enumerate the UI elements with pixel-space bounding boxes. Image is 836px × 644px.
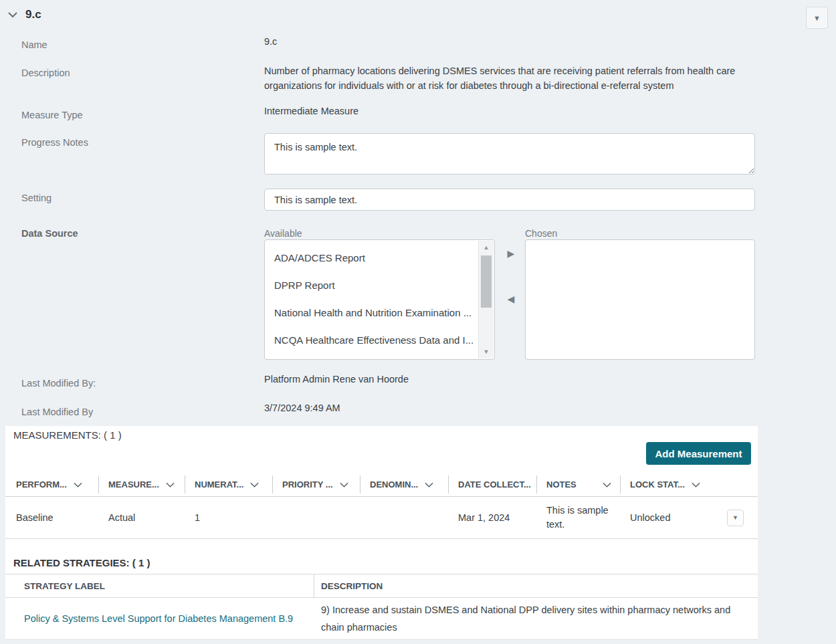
strategies-table-header: STRATEGY LABEL DESCRIPTION — [5, 574, 758, 598]
caret-down-icon: ▼ — [813, 14, 821, 22]
cell-numerator: 1 — [185, 497, 273, 538]
chevron-down-icon — [166, 482, 175, 488]
cell-performance: Baseline — [5, 497, 99, 538]
chevron-down-icon — [692, 482, 700, 488]
scroll-down-icon[interactable]: ▼ — [479, 346, 494, 357]
available-list-label: Available — [264, 228, 302, 239]
column-label: DATE COLLECT... — [458, 479, 531, 490]
measurements-title: MEASUREMENTS: ( 1 ) — [13, 429, 122, 441]
list-option[interactable]: ADA/ADCES Report — [265, 244, 478, 272]
chevron-down-icon — [74, 482, 82, 488]
page-title: 9.c — [25, 8, 41, 21]
column-label: NOTES — [546, 479, 577, 490]
available-options: ADA/ADCES Report DPRP Report National He… — [265, 240, 478, 359]
chevron-down-icon — [250, 482, 259, 488]
strategy-row[interactable]: Policy & Systems Level Support for Diabe… — [5, 598, 758, 639]
column-label: MEASURE... — [108, 479, 159, 490]
cell-lock-status: Unlocked — [621, 497, 718, 538]
related-strategies-title: RELATED STRATEGIES: ( 1 ) — [13, 557, 150, 568]
measurement-row[interactable]: Baseline Actual 1 Mar 1, 2024 This is sa… — [5, 497, 758, 539]
column-label: STRATEGY LABEL — [24, 581, 105, 591]
triangle-left-icon: ◀ — [508, 294, 515, 304]
name-value: 9.c — [264, 36, 277, 47]
strategy-link[interactable]: Policy & Systems Level Support for Diabe… — [24, 613, 293, 624]
column-header-strategy-label: STRATEGY LABEL — [5, 574, 314, 597]
last-modified-by-date-value: 3/7/2024 9:49 AM — [264, 403, 340, 413]
cell-actions: ▼ — [718, 497, 758, 538]
cell-priority — [273, 497, 360, 538]
notes-text: This is sample text. — [546, 504, 613, 532]
cell-notes: This is sample text. — [537, 497, 621, 538]
cell-denominator — [360, 497, 449, 538]
cell-strategy-label: Policy & Systems Level Support for Diabe… — [5, 598, 314, 639]
progress-notes-textarea[interactable]: This is sample text. — [264, 133, 755, 175]
setting-label: Setting — [21, 193, 51, 203]
measure-type-value: Intermediate Measure — [264, 106, 358, 116]
scrollbar-thumb[interactable] — [481, 255, 492, 308]
column-header-description: DESCRIPTION — [314, 574, 758, 597]
available-listbox[interactable]: ADA/ADCES Report DPRP Report National He… — [264, 239, 495, 360]
column-label: DESCRIPTION — [321, 581, 383, 591]
chosen-list-label: Chosen — [525, 228, 557, 239]
column-label: NUMERAT... — [195, 479, 243, 490]
column-header-notes[interactable]: NOTES — [537, 473, 621, 496]
header-menu-button[interactable]: ▼ — [806, 7, 828, 29]
move-right-button[interactable]: ▶ — [504, 247, 518, 260]
column-header-lock-status[interactable]: LOCK STAT... — [621, 473, 718, 496]
cell-date-collected: Mar 1, 2024 — [449, 497, 537, 538]
description-value: Number of pharmacy locations delivering … — [264, 64, 739, 93]
cell-strategy-description: 9) Increase and sustain DSMES and Nation… — [314, 598, 758, 639]
column-header-actions — [718, 473, 758, 496]
cell-measurement-type: Actual — [99, 497, 185, 538]
list-option[interactable]: DPRP Report — [265, 272, 478, 299]
add-measurement-button[interactable]: Add Measurement — [646, 442, 751, 465]
measure-header: 9.c — [7, 8, 41, 21]
chevron-down-icon — [603, 482, 611, 488]
list-option[interactable]: National Health and Nutrition Examinatio… — [265, 299, 478, 326]
scrollbar[interactable]: ▲ ▼ — [478, 241, 494, 358]
caret-down-icon: ▼ — [732, 514, 738, 521]
column-header-date-collected[interactable]: DATE COLLECT... — [449, 473, 537, 496]
last-modified-by-name-value: Platform Admin Rene van Hoorde — [264, 374, 409, 385]
setting-input[interactable] — [264, 189, 755, 211]
scroll-up-icon[interactable]: ▲ — [479, 242, 494, 253]
column-header-denominator[interactable]: DENOMIN... — [360, 473, 449, 496]
strategy-description-text: 9) Increase and sustain DSMES and Nation… — [321, 601, 758, 636]
last-modified-by-date-label: Last Modified By — [21, 407, 93, 417]
chosen-listbox[interactable] — [525, 239, 755, 360]
column-label: PRIORITY ... — [282, 479, 333, 490]
description-label: Description — [21, 68, 70, 78]
column-header-performance[interactable]: PERFORM... — [5, 473, 99, 496]
chevron-down-icon — [425, 482, 433, 488]
collapse-chevron-icon[interactable] — [7, 9, 19, 21]
column-label: LOCK STAT... — [630, 479, 685, 490]
column-label: DENOMIN... — [370, 479, 418, 490]
triangle-right-icon: ▶ — [508, 248, 515, 259]
last-modified-by-name-label: Last Modified By: — [21, 378, 96, 389]
column-header-measurement[interactable]: MEASURE... — [99, 473, 185, 496]
measure-type-label: Measure Type — [21, 110, 83, 120]
move-left-button[interactable]: ◀ — [504, 292, 518, 306]
data-source-label: Data Source — [21, 228, 78, 239]
name-label: Name — [21, 39, 47, 50]
measure-detail-page: 9.c ▼ Name 9.c Description Number of pha… — [0, 0, 836, 644]
column-header-numerator[interactable]: NUMERAT... — [185, 473, 273, 496]
progress-notes-label: Progress Notes — [21, 137, 88, 148]
chevron-down-icon — [340, 482, 348, 488]
list-option[interactable]: NCQA Healthcare Effectiveness Data and I… — [265, 326, 478, 354]
column-header-priority[interactable]: PRIORITY ... — [273, 473, 360, 496]
measurements-panel: MEASUREMENTS: ( 1 ) Add Measurement PERF… — [5, 426, 758, 640]
column-label: PERFORM... — [16, 479, 67, 490]
row-menu-button[interactable]: ▼ — [727, 510, 744, 526]
measurements-table-header: PERFORM... MEASURE... NUMERAT... PRIORIT… — [5, 473, 758, 497]
